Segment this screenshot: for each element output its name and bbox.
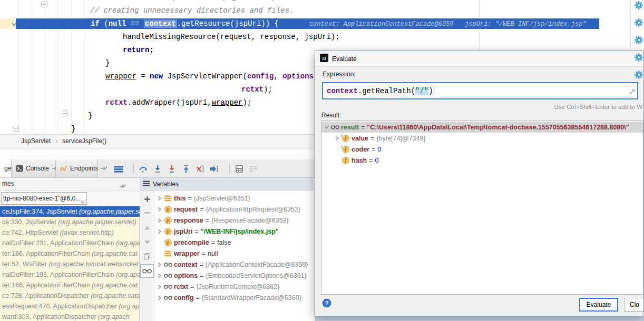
gear-icon[interactable] bbox=[635, 71, 643, 79]
tab-ger[interactable]: ger bbox=[0, 159, 12, 177]
evaluate-button[interactable]: Evaluate bbox=[579, 298, 618, 312]
jump-arrow-icon bbox=[101, 166, 108, 171]
frames-panel-header[interactable]: mes bbox=[0, 178, 140, 190]
code-line[interactable]: rctxt.addWrapper(jspUri,wrapper); bbox=[105, 97, 251, 108]
result-row[interactable]: fvalue={byte[74]@7349} bbox=[321, 133, 643, 144]
variable-row[interactable]: rctxt={JspRuntimeContext@6362} bbox=[154, 281, 279, 292]
fold-marker-icon[interactable] bbox=[41, 2, 47, 7]
equals-sign: = bbox=[188, 195, 191, 202]
code-line[interactable]: } bbox=[71, 124, 75, 134]
show-watches-button[interactable] bbox=[140, 264, 154, 278]
step-over-button[interactable] bbox=[136, 162, 150, 175]
parameter-icon: p bbox=[164, 206, 172, 213]
stack-frame-row[interactable]: ceJspFile:374, JspServlet (org.apache.ja… bbox=[0, 206, 140, 217]
add-watch-button[interactable] bbox=[140, 193, 154, 205]
stack-frame-row[interactable]: essRequest:470, ApplicationDispatcher (o… bbox=[0, 301, 140, 312]
variable-value: {EmbeddedServletOptions@6361} bbox=[206, 272, 306, 279]
variable-row[interactable]: prequest={ApplicationHttpRequest@6352} bbox=[154, 204, 300, 215]
code-line[interactable]: rctxt); bbox=[241, 84, 272, 95]
fold-marker-icon[interactable] bbox=[62, 111, 68, 116]
chevron-right-icon[interactable] bbox=[156, 229, 163, 234]
view-menu-icon bbox=[114, 165, 123, 173]
chevron-right-icon[interactable] bbox=[156, 262, 163, 267]
expression-token: context bbox=[327, 87, 358, 95]
chevron-down-icon[interactable] bbox=[323, 125, 330, 129]
chevron-right-icon[interactable] bbox=[156, 284, 163, 289]
stack-frame-row[interactable]: ter:52, WsFilter (org.apache.tomcat.webs… bbox=[0, 259, 140, 269]
chevron-right-icon[interactable] bbox=[156, 207, 163, 212]
fold-chevron-icon[interactable] bbox=[11, 19, 17, 29]
force-step-into-button[interactable] bbox=[165, 162, 178, 175]
execution-code-line[interactable]: if (null == context.getResource(jspUri))… bbox=[91, 18, 587, 29]
dialog-title-bar[interactable]: IJ Evaluate bbox=[315, 51, 643, 67]
tab-endpoints[interactable]: Endpoints bbox=[56, 159, 97, 177]
chevron-right-icon[interactable] bbox=[156, 218, 163, 223]
view-menu-button[interactable] bbox=[112, 162, 125, 175]
close-button[interactable]: Clo bbox=[624, 298, 644, 312]
run-to-cursor-button[interactable] bbox=[208, 162, 221, 175]
code-line[interactable]: return; bbox=[123, 45, 154, 55]
variable-row[interactable]: context={ApplicationContextFacade@6359} bbox=[154, 259, 308, 270]
help-icon[interactable]: ? bbox=[322, 298, 331, 310]
variable-name: jspUri bbox=[174, 228, 192, 235]
drop-frame-button[interactable] bbox=[193, 162, 207, 175]
stack-frame-row[interactable]: ward:303, ApplicationDispatcher (org.apa… bbox=[0, 312, 140, 321]
thread-dropdown[interactable]: ttp-nio-8080-exec-1"@6,0... bbox=[1, 192, 87, 205]
code-line[interactable]: // Check if the requested JSP page exist… bbox=[91, 0, 316, 3]
dialog-title: Evaluate bbox=[332, 55, 357, 63]
breadcrumb-method[interactable]: serviceJspFile() bbox=[62, 137, 106, 145]
variable-value: 0 bbox=[375, 157, 379, 164]
gear-icon[interactable] bbox=[635, 36, 643, 44]
step-over-icon bbox=[139, 165, 148, 173]
code-line[interactable]: } bbox=[105, 58, 110, 68]
expand-icon[interactable] bbox=[629, 88, 635, 97]
tab-console[interactable]: Console bbox=[12, 159, 56, 177]
variable-row[interactable]: this={JspServlet@6351} bbox=[154, 193, 250, 204]
result-row[interactable]: result="C:\Users\11860\AppData\Local\Tem… bbox=[321, 122, 643, 133]
code-token: null bbox=[109, 19, 126, 28]
variables-panel-header[interactable]: Variables bbox=[140, 178, 314, 190]
gear-icon[interactable] bbox=[635, 53, 643, 62]
endpoints-icon bbox=[60, 165, 67, 172]
breadcrumb-class[interactable]: JspServlet bbox=[21, 137, 51, 145]
result-row[interactable]: fhash=0 bbox=[321, 155, 643, 166]
variable-name: value bbox=[352, 135, 368, 142]
stack-frame-row[interactable]: ce:742, HttpServlet (javax.servlet.http) bbox=[0, 227, 140, 238]
chevron-right-icon[interactable] bbox=[156, 273, 163, 278]
variable-row[interactable]: options={EmbeddedServletOptions@6361} bbox=[154, 270, 307, 281]
evaluate-expression-button[interactable] bbox=[232, 162, 246, 175]
code-line[interactable]: wrapper = new JspServletWrapper(config, … bbox=[105, 71, 318, 82]
code-line[interactable]: handleMissingResource(request, response,… bbox=[123, 32, 340, 42]
gear-icon[interactable] bbox=[635, 1, 643, 9]
code-token: } bbox=[71, 125, 75, 133]
variable-row[interactable]: pprecompile=false bbox=[154, 237, 231, 248]
breadcrumb-separator: › bbox=[55, 137, 57, 145]
stack-frames-list: ceJspFile:374, JspServlet (org.apache.ja… bbox=[0, 206, 140, 321]
stack-frame-row[interactable]: ce:330, JspServlet (org.apache.jasper.se… bbox=[0, 217, 140, 227]
stack-frame-row[interactable]: ter:166, ApplicationFilterChain (org.apa… bbox=[0, 248, 140, 259]
fold-marker-icon[interactable] bbox=[13, 126, 19, 132]
code-token: ( bbox=[100, 19, 109, 28]
variable-row[interactable]: config={StandardWrapperFacade@6360} bbox=[154, 292, 301, 303]
code-token: // Check if the requested JSP page exist… bbox=[91, 0, 316, 2]
stack-frame-row[interactable]: nalDoFilter:193, ApplicationFilterChain … bbox=[0, 269, 140, 280]
equals-sign: = bbox=[206, 217, 209, 224]
stack-frame-row[interactable]: ter:166, ApplicationFilterChain (org.apa… bbox=[0, 280, 140, 290]
stack-frame-row[interactable]: nalDoFilter:231, ApplicationFilterChain … bbox=[0, 238, 140, 248]
variable-row[interactable]: presponse={ResponseFacade@6353} bbox=[154, 215, 289, 226]
step-out-button[interactable] bbox=[179, 162, 192, 175]
frame-location: nalDoFilter:193, ApplicationFilterChain bbox=[2, 271, 116, 278]
step-into-button[interactable] bbox=[151, 162, 164, 175]
code-line[interactable]: } bbox=[88, 111, 92, 121]
expression-input[interactable]: context.getRealPath("/") bbox=[322, 82, 638, 99]
variable-row[interactable]: wrapper=null bbox=[154, 248, 218, 259]
result-row[interactable]: fcoder=0 bbox=[321, 144, 643, 155]
variable-row[interactable]: pjspUri="/WEB-INF/jsp/index.jsp" bbox=[154, 226, 279, 237]
chevron-right-icon[interactable] bbox=[156, 196, 163, 201]
gear-icon[interactable] bbox=[635, 18, 643, 27]
code-line[interactable]: // creating unnecessary directories and … bbox=[90, 5, 294, 16]
parameter-icon: p bbox=[164, 228, 172, 235]
stack-frame-row[interactable]: ce:728, ApplicationDispatcher (org.apach… bbox=[0, 290, 140, 301]
chevron-right-icon[interactable] bbox=[334, 136, 340, 141]
chevron-right-icon[interactable] bbox=[156, 295, 163, 300]
